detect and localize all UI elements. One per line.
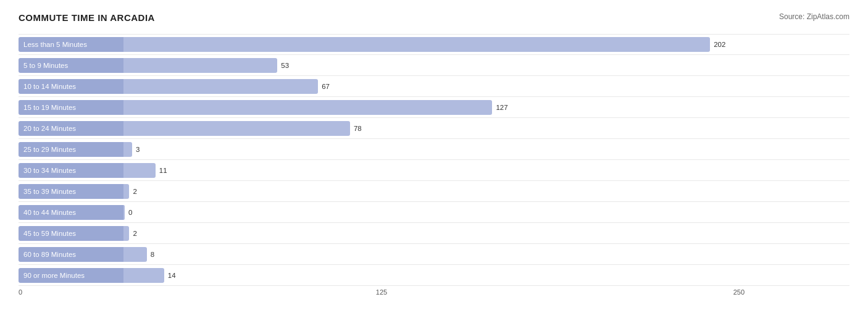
bar-track: 2 <box>123 226 849 241</box>
bar-label: 10 to 14 Minutes <box>19 79 123 94</box>
bar-value: 2 <box>133 230 136 237</box>
bar-label: 90 or more Minutes <box>19 268 123 283</box>
bar-label: 30 to 34 Minutes <box>19 163 123 178</box>
chart-area: Less than 5 Minutes2025 to 9 Minutes5310… <box>19 34 849 301</box>
bar-fill <box>123 247 147 262</box>
bar-label: 5 to 9 Minutes <box>19 58 123 73</box>
chart-source: Source: ZipAtlas.com <box>779 12 849 21</box>
bar-value: 3 <box>136 146 140 153</box>
bar-value: 8 <box>151 251 154 258</box>
bar-fill <box>123 121 350 136</box>
bars-container: Less than 5 Minutes2025 to 9 Minutes5310… <box>19 34 849 286</box>
bar-value: 0 <box>128 209 132 216</box>
bar-label: Less than 5 Minutes <box>19 37 123 52</box>
bar-label: 35 to 39 Minutes <box>19 184 123 199</box>
bar-fill <box>123 142 132 157</box>
table-row: 15 to 19 Minutes127 <box>19 97 849 118</box>
bar-fill <box>123 79 318 94</box>
bar-fill <box>123 226 129 241</box>
bar-track: 11 <box>123 163 849 178</box>
bar-label: 45 to 59 Minutes <box>19 226 123 241</box>
bar-label: 15 to 19 Minutes <box>19 100 123 115</box>
table-row: 20 to 24 Minutes78 <box>19 118 849 139</box>
bar-value: 78 <box>354 125 362 132</box>
bar-track: 2 <box>123 184 849 199</box>
bar-value: 14 <box>168 272 176 279</box>
bar-value: 11 <box>159 167 167 174</box>
bar-fill <box>123 37 710 52</box>
chart-title: COMMUTE TIME IN ARCADIA <box>19 12 155 23</box>
x-axis-container: 0125250 <box>19 288 849 301</box>
chart-container: COMMUTE TIME IN ARCADIA Source: ZipAtlas… <box>19 12 849 301</box>
x-axis-label: 0 <box>19 288 22 296</box>
table-row: 40 to 44 Minutes0 <box>19 202 849 223</box>
bar-label: 25 to 29 Minutes <box>19 142 123 157</box>
bar-track: 78 <box>123 121 849 136</box>
bar-label: 60 to 89 Minutes <box>19 247 123 262</box>
bar-track: 127 <box>123 100 849 115</box>
table-row: 90 or more Minutes14 <box>19 265 849 286</box>
bar-value: 2 <box>133 188 136 195</box>
bar-track: 53 <box>123 58 849 73</box>
bar-label: 40 to 44 Minutes <box>19 205 123 220</box>
bar-track: 0 <box>123 205 849 220</box>
table-row: 30 to 34 Minutes11 <box>19 160 849 181</box>
table-row: 10 to 14 Minutes67 <box>19 76 849 97</box>
bar-track: 67 <box>123 79 849 94</box>
bar-fill <box>123 100 492 115</box>
table-row: 35 to 39 Minutes2 <box>19 181 849 202</box>
bar-value: 202 <box>714 41 725 48</box>
x-axis-label: 125 <box>376 288 387 296</box>
table-row: 5 to 9 Minutes53 <box>19 55 849 76</box>
x-axis-label: 250 <box>733 288 745 296</box>
bar-value: 127 <box>496 104 507 111</box>
bar-track: 8 <box>123 247 849 262</box>
table-row: 45 to 59 Minutes2 <box>19 223 849 244</box>
bar-track: 202 <box>123 37 849 52</box>
bar-value: 53 <box>281 62 289 69</box>
bar-fill <box>123 184 129 199</box>
bar-fill <box>123 163 156 178</box>
bar-fill <box>123 205 125 220</box>
bar-track: 3 <box>123 142 849 157</box>
table-row: Less than 5 Minutes202 <box>19 34 849 55</box>
bar-track: 14 <box>123 268 849 283</box>
bar-fill <box>123 268 164 283</box>
bar-fill <box>123 58 277 73</box>
table-row: 60 to 89 Minutes8 <box>19 244 849 265</box>
chart-header: COMMUTE TIME IN ARCADIA Source: ZipAtlas… <box>19 12 849 23</box>
bar-label: 20 to 24 Minutes <box>19 121 123 136</box>
bar-value: 67 <box>322 83 330 90</box>
table-row: 25 to 29 Minutes3 <box>19 139 849 160</box>
